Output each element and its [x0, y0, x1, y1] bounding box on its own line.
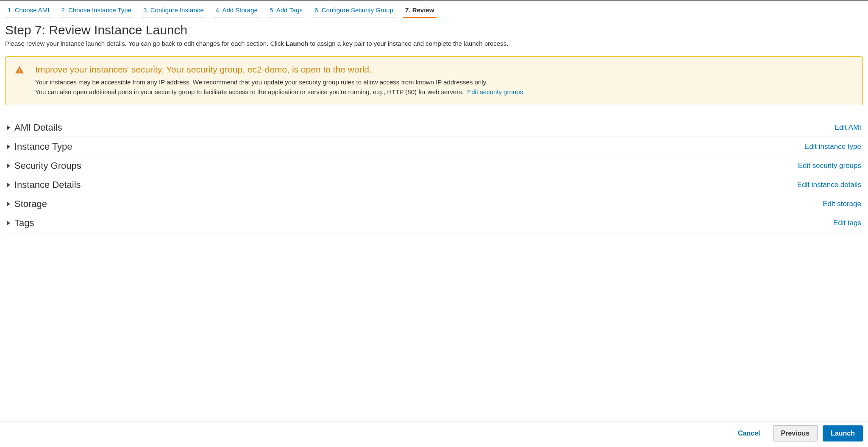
section-title-security-groups: Security Groups: [14, 160, 81, 171]
disclosure-icon[interactable]: [7, 144, 10, 149]
page-title: Step 7: Review Instance Launch: [5, 23, 863, 37]
wizard-step-add-tags[interactable]: 5. Add Tags: [267, 5, 305, 18]
content-area: Step 7: Review Instance Launch Please re…: [0, 19, 868, 237]
warning-icon: [15, 65, 24, 97]
wizard-step-review[interactable]: 7. Review: [403, 5, 437, 18]
disclosure-icon[interactable]: [7, 182, 10, 187]
subtitle-bold: Launch: [286, 40, 308, 47]
section-title-storage: Storage: [14, 198, 47, 210]
security-warning-panel: Improve your instances' security. Your s…: [5, 56, 863, 105]
wizard-step-choose-ami[interactable]: 1. Choose AMI: [5, 5, 52, 18]
edit-ami-link[interactable]: Edit AMI: [835, 123, 861, 132]
edit-tags-link[interactable]: Edit tags: [833, 219, 861, 227]
warning-title: Improve your instances' security. Your s…: [35, 64, 523, 75]
section-instance-type: Instance Type Edit instance type: [5, 137, 863, 156]
section-tags: Tags Edit tags: [5, 213, 863, 232]
wizard-step-add-storage[interactable]: 4. Add Storage: [213, 5, 260, 18]
page-subtitle: Please review your instance launch detai…: [5, 40, 863, 47]
wizard-steps: 1. Choose AMI 2. Choose Instance Type 3.…: [0, 1, 868, 19]
section-instance-details: Instance Details Edit instance details: [5, 175, 863, 194]
section-title-instance-type: Instance Type: [14, 141, 72, 152]
edit-security-groups-link[interactable]: Edit security groups: [798, 162, 861, 170]
edit-instance-details-link[interactable]: Edit instance details: [797, 181, 861, 189]
disclosure-icon[interactable]: [7, 221, 10, 226]
disclosure-icon[interactable]: [7, 163, 10, 168]
disclosure-icon[interactable]: [7, 125, 10, 130]
edit-storage-link[interactable]: Edit storage: [823, 200, 861, 208]
section-title-instance-details: Instance Details: [14, 179, 81, 190]
section-title-ami: AMI Details: [14, 122, 62, 133]
section-storage: Storage Edit storage: [5, 194, 863, 213]
section-ami-details: AMI Details Edit AMI: [5, 118, 863, 137]
warning-body: Improve your instances' security. Your s…: [35, 64, 523, 97]
section-security-groups: Security Groups Edit security groups: [5, 156, 863, 175]
subtitle-suffix: to assign a key pair to your instance an…: [308, 40, 508, 47]
wizard-step-configure-security-group[interactable]: 6. Configure Security Group: [312, 5, 396, 18]
warning-text: Your instances may be accessible from an…: [35, 77, 523, 97]
warning-line2: You can also open additional ports in yo…: [35, 88, 464, 95]
edit-instance-type-link[interactable]: Edit instance type: [804, 142, 861, 151]
warning-edit-security-groups-link[interactable]: Edit security groups: [467, 88, 523, 95]
wizard-step-choose-instance-type[interactable]: 2. Choose Instance Type: [58, 5, 134, 18]
wizard-step-configure-instance[interactable]: 3. Configure Instance: [141, 5, 206, 18]
section-title-tags: Tags: [14, 218, 34, 229]
disclosure-icon[interactable]: [7, 201, 10, 207]
warning-line1: Your instances may be accessible from an…: [35, 78, 487, 86]
subtitle-prefix: Please review your instance launch detai…: [5, 40, 286, 47]
